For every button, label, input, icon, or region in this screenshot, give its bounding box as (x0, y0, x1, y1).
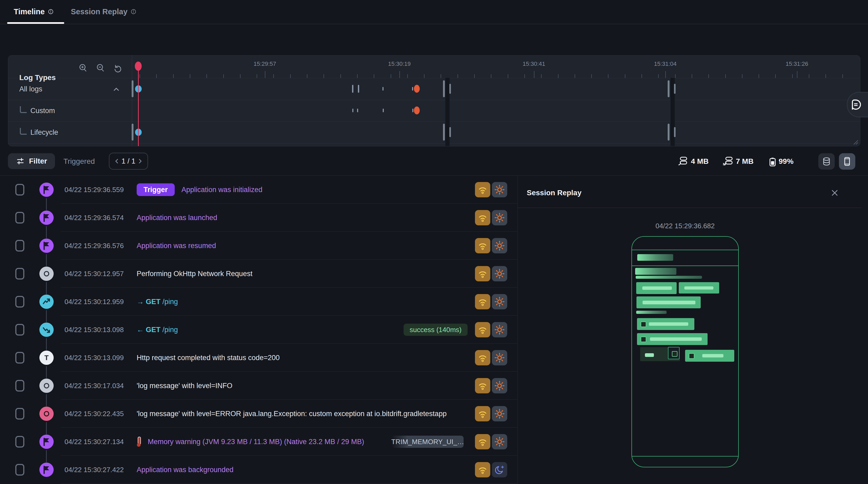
log-timestamp: 04/22 15:29:36.559 (64, 186, 124, 194)
wifi-button[interactable] (475, 182, 490, 197)
wifi-button[interactable] (475, 378, 490, 393)
svg-text:N: N (723, 162, 725, 166)
wifi-button[interactable] (475, 406, 490, 421)
next-page-button[interactable] (137, 159, 143, 164)
phone-frame-line (632, 265, 738, 266)
chevron-up-icon[interactable] (113, 86, 120, 93)
axis-minor-tick (323, 74, 324, 78)
zoom-in-icon[interactable] (78, 63, 89, 73)
timeline-event-mark-tick-sm (383, 108, 384, 112)
sun-button[interactable] (492, 350, 507, 365)
log-type-icon (39, 238, 54, 253)
zoom-out-icon[interactable] (95, 63, 106, 73)
info-icon (130, 9, 136, 14)
sun-button[interactable] (492, 238, 507, 253)
device-view-toggle[interactable] (839, 153, 855, 170)
sun-button[interactable] (492, 294, 507, 310)
row-checkbox[interactable] (15, 436, 24, 448)
row-checkbox[interactable] (15, 296, 24, 308)
log-timestamp: 04/22 15:30:27.422 (64, 466, 124, 474)
sun-button[interactable] (492, 406, 507, 421)
axis-major-tick (399, 71, 400, 78)
log-timestamp: 04/22 15:30:17.034 (64, 382, 124, 390)
axis-minor-tick (775, 74, 776, 78)
log-row[interactable]: 04/22 15:30:12.957 Performing OkHttp Net… (0, 260, 518, 288)
wireframe-element (637, 318, 694, 330)
row-checkbox[interactable] (15, 212, 24, 224)
row-checkbox[interactable] (15, 324, 24, 335)
wifi-button[interactable] (475, 434, 490, 449)
log-type-icon (39, 295, 54, 309)
wifi-button[interactable] (475, 350, 490, 365)
axis-minor-tick (758, 74, 759, 78)
sun-button[interactable] (492, 182, 507, 197)
feedback-chat-button[interactable] (847, 92, 868, 117)
tab-session-replay[interactable]: Session Replay (71, 0, 136, 23)
moon-button[interactable] (492, 462, 507, 477)
timeline-event-mark-dot-red (414, 85, 420, 93)
row-checkbox[interactable] (15, 352, 24, 363)
row-checkbox[interactable] (15, 240, 24, 252)
axis-major-tick (797, 71, 798, 78)
row-checkbox[interactable] (15, 408, 24, 420)
tab-timeline[interactable]: Timeline (14, 0, 54, 23)
log-row[interactable]: 04/22 15:30:22.435 'log message' with le… (0, 400, 518, 428)
wireframe-icon-square (672, 351, 677, 357)
sun-button[interactable] (492, 378, 507, 393)
wifi-button[interactable] (475, 238, 490, 253)
wifi-button[interactable] (475, 322, 490, 337)
axis-minor-tick (541, 74, 541, 78)
wireframe-icon-square (641, 322, 646, 327)
wifi-button[interactable] (475, 210, 490, 225)
wifi-button[interactable] (475, 266, 490, 281)
storage-view-toggle[interactable] (818, 153, 835, 170)
log-row[interactable]: T 04/22 15:30:13.099 Http request comple… (0, 344, 518, 372)
close-icon[interactable] (830, 188, 839, 198)
axis-tick-label: 15:30:19 (388, 61, 411, 67)
battery-value: 99% (779, 157, 794, 166)
log-message: Memory warning (JVM 9.23 MB / 11.3 MB) (… (148, 438, 364, 446)
reset-zoom-icon[interactable] (112, 63, 123, 73)
filter-button[interactable]: Filter (8, 153, 55, 169)
filter-label: Filter (29, 157, 47, 165)
timeline-event-mark-tick-sm (412, 87, 413, 91)
sun-button[interactable] (492, 266, 507, 281)
log-row[interactable]: 04/22 15:30:17.034 'log message' with le… (0, 372, 518, 400)
wifi-button[interactable] (475, 294, 490, 310)
log-type-icon (39, 462, 54, 477)
app-root: Timeline Session Replay 2min 0sec (Apr 2… (0, 0, 868, 484)
axis-minor-tick (792, 74, 793, 78)
log-row[interactable]: 04/22 15:30:12.959 → GET /ping (0, 288, 518, 316)
wifi-button[interactable] (475, 462, 490, 477)
jvm-memory-value: 4 MB (691, 157, 709, 166)
row-checkbox[interactable] (15, 380, 24, 391)
divider (518, 175, 518, 484)
log-row[interactable]: 04/22 15:30:27.134 Memory warning (JVM 9… (0, 428, 518, 456)
session-replay-title: Session Replay (527, 189, 582, 197)
log-row[interactable]: 04/22 15:30:13.098 ← GET /ping success (… (0, 316, 518, 344)
wireframe-element (636, 276, 702, 279)
prev-page-button[interactable] (114, 159, 120, 164)
log-row[interactable]: 04/22 15:29:36.559 Trigger Application w… (0, 176, 518, 204)
log-row[interactable]: 04/22 15:29:36.576 Application was resum… (0, 232, 518, 260)
sun-button[interactable] (492, 210, 507, 225)
phone-frame-line (632, 250, 738, 250)
tab-session-replay-label: Session Replay (71, 7, 127, 16)
resize-handle[interactable] (853, 139, 859, 145)
log-list: 04/22 15:29:36.559 Trigger Application w… (0, 176, 518, 484)
log-timestamp: 04/22 15:30:13.099 (64, 354, 124, 362)
wireframe-icon-square (689, 353, 694, 359)
row-checkbox[interactable] (15, 268, 24, 280)
sun-button[interactable] (492, 322, 507, 337)
timeline-event-mark-bar-tall (443, 80, 445, 97)
timeline-event-mark-bar-tall (668, 80, 670, 97)
row-checkbox[interactable] (15, 464, 24, 476)
page-indicator: 1 / 1 (122, 157, 135, 165)
row-checkbox[interactable] (15, 184, 24, 195)
sun-button[interactable] (492, 434, 507, 449)
log-row[interactable]: 04/22 15:29:36.574 Application was launc… (0, 204, 518, 232)
log-type-icon (39, 323, 54, 337)
backgrounded-period-stripe (445, 78, 450, 146)
divider (8, 122, 860, 122)
log-row[interactable]: 04/22 15:30:27.422 Application was backg… (0, 456, 518, 484)
